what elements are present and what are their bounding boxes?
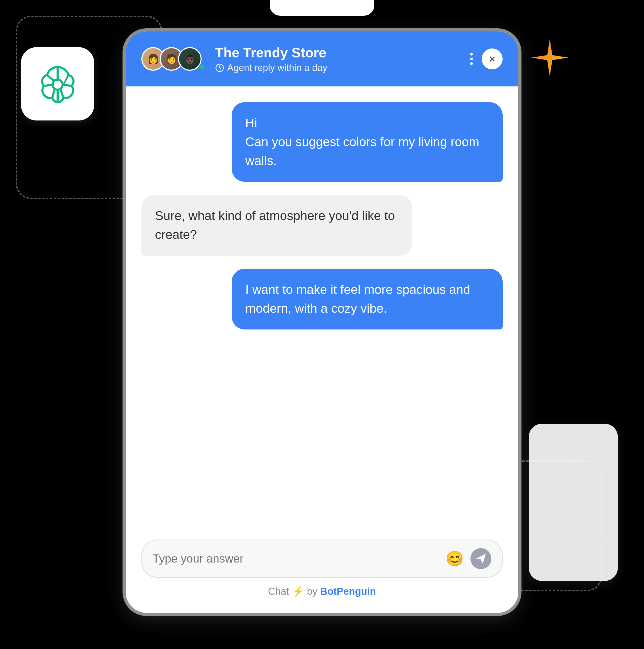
message-text-1: HiCan you suggest colors for my living r… (245, 116, 479, 168)
chat-header: 👩 🧑 👨🏿 The Trendy Store Agent reply with… (126, 32, 518, 86)
sparkle-decoration (529, 37, 571, 79)
phone-notch (270, 0, 374, 16)
message-input[interactable] (153, 552, 439, 565)
online-indicator (199, 64, 205, 70)
send-icon (475, 553, 487, 564)
close-chat-button[interactable]: × (482, 48, 503, 70)
openai-logo-icon (37, 63, 79, 105)
svg-line-6 (62, 85, 72, 86)
emoji-button[interactable]: 😊 (444, 548, 465, 569)
svg-line-7 (52, 89, 55, 98)
by-text: by (307, 586, 317, 597)
chat-messages-area: HiCan you suggest colors for my living r… (126, 86, 518, 532)
dot-3 (470, 62, 473, 65)
chat-footer: 😊 Chat ⚡ by BotPenguin (126, 532, 518, 613)
svg-line-8 (60, 89, 63, 98)
clock-icon (215, 63, 224, 72)
chat-label: Chat (268, 586, 289, 597)
svg-line-5 (44, 85, 53, 86)
dot-1 (470, 53, 473, 55)
avatar-group: 👩 🧑 👨🏿 (141, 47, 205, 71)
header-info: The Trendy Store Agent reply within a da… (215, 45, 460, 73)
powered-by-footer: Chat ⚡ by BotPenguin (141, 586, 503, 597)
widget-preview (529, 424, 618, 581)
svg-line-3 (47, 75, 54, 81)
message-bubble-1: HiCan you suggest colors for my living r… (232, 102, 503, 182)
store-name: The Trendy Store (215, 45, 460, 61)
message-bubble-2: Sure, what kind of atmosphere you'd like… (141, 195, 412, 256)
chat-widget: 👩 🧑 👨🏿 The Trendy Store Agent reply with… (126, 32, 518, 613)
dot-2 (470, 58, 473, 60)
message-text-2: Sure, what kind of atmosphere you'd like… (155, 209, 395, 242)
message-text-3: I want to make it feel more spacious and… (245, 283, 470, 315)
avatar-3: 👨🏿 (178, 47, 201, 71)
input-row: 😊 (141, 539, 503, 578)
openai-logo-box (21, 47, 94, 121)
message-bubble-3: I want to make it feel more spacious and… (232, 269, 503, 330)
more-options-button[interactable] (467, 50, 475, 68)
header-subtitle: Agent reply within a day (215, 62, 460, 73)
bolt-icon: ⚡ (292, 586, 307, 597)
header-actions: × (467, 48, 503, 70)
reply-time: Agent reply within a day (227, 62, 327, 73)
send-button[interactable] (470, 548, 491, 569)
brand-name: BotPenguin (320, 586, 376, 597)
